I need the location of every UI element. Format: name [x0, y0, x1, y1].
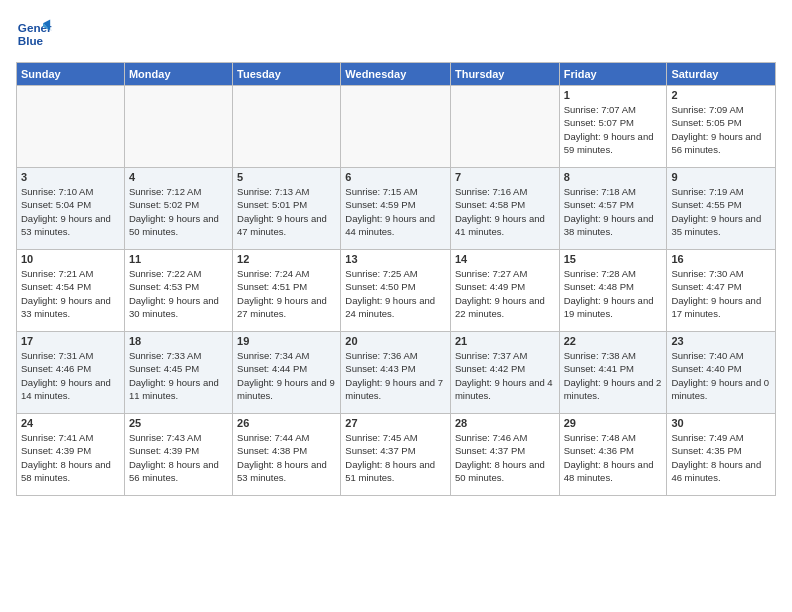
- day-number: 4: [129, 171, 228, 183]
- day-number: 19: [237, 335, 336, 347]
- day-info: Sunrise: 7:41 AMSunset: 4:39 PMDaylight:…: [21, 431, 120, 484]
- svg-text:Blue: Blue: [18, 34, 44, 47]
- day-info: Sunrise: 7:21 AMSunset: 4:54 PMDaylight:…: [21, 267, 120, 320]
- day-info: Sunrise: 7:19 AMSunset: 4:55 PMDaylight:…: [671, 185, 771, 238]
- day-info: Sunrise: 7:46 AMSunset: 4:37 PMDaylight:…: [455, 431, 555, 484]
- day-info: Sunrise: 7:43 AMSunset: 4:39 PMDaylight:…: [129, 431, 228, 484]
- calendar-cell: 16Sunrise: 7:30 AMSunset: 4:47 PMDayligh…: [667, 250, 776, 332]
- week-row-3: 10Sunrise: 7:21 AMSunset: 4:54 PMDayligh…: [17, 250, 776, 332]
- day-number: 24: [21, 417, 120, 429]
- day-number: 21: [455, 335, 555, 347]
- day-number: 3: [21, 171, 120, 183]
- calendar-cell: 17Sunrise: 7:31 AMSunset: 4:46 PMDayligh…: [17, 332, 125, 414]
- day-info: Sunrise: 7:07 AMSunset: 5:07 PMDaylight:…: [564, 103, 663, 156]
- day-number: 14: [455, 253, 555, 265]
- calendar-cell: 23Sunrise: 7:40 AMSunset: 4:40 PMDayligh…: [667, 332, 776, 414]
- calendar-cell: 30Sunrise: 7:49 AMSunset: 4:35 PMDayligh…: [667, 414, 776, 496]
- calendar-header-row: SundayMondayTuesdayWednesdayThursdayFrid…: [17, 63, 776, 86]
- day-info: Sunrise: 7:38 AMSunset: 4:41 PMDaylight:…: [564, 349, 663, 402]
- day-info: Sunrise: 7:33 AMSunset: 4:45 PMDaylight:…: [129, 349, 228, 402]
- day-number: 18: [129, 335, 228, 347]
- calendar-cell: 22Sunrise: 7:38 AMSunset: 4:41 PMDayligh…: [559, 332, 667, 414]
- day-info: Sunrise: 7:16 AMSunset: 4:58 PMDaylight:…: [455, 185, 555, 238]
- calendar-cell: 21Sunrise: 7:37 AMSunset: 4:42 PMDayligh…: [450, 332, 559, 414]
- calendar-cell: 10Sunrise: 7:21 AMSunset: 4:54 PMDayligh…: [17, 250, 125, 332]
- calendar-cell: 5Sunrise: 7:13 AMSunset: 5:01 PMDaylight…: [233, 168, 341, 250]
- day-number: 12: [237, 253, 336, 265]
- calendar-cell: 25Sunrise: 7:43 AMSunset: 4:39 PMDayligh…: [124, 414, 232, 496]
- calendar-cell: [450, 86, 559, 168]
- day-info: Sunrise: 7:49 AMSunset: 4:35 PMDaylight:…: [671, 431, 771, 484]
- day-header-thursday: Thursday: [450, 63, 559, 86]
- calendar-cell: 26Sunrise: 7:44 AMSunset: 4:38 PMDayligh…: [233, 414, 341, 496]
- week-row-4: 17Sunrise: 7:31 AMSunset: 4:46 PMDayligh…: [17, 332, 776, 414]
- calendar-cell: 27Sunrise: 7:45 AMSunset: 4:37 PMDayligh…: [341, 414, 451, 496]
- calendar-cell: 9Sunrise: 7:19 AMSunset: 4:55 PMDaylight…: [667, 168, 776, 250]
- day-info: Sunrise: 7:22 AMSunset: 4:53 PMDaylight:…: [129, 267, 228, 320]
- calendar-cell: 3Sunrise: 7:10 AMSunset: 5:04 PMDaylight…: [17, 168, 125, 250]
- day-info: Sunrise: 7:28 AMSunset: 4:48 PMDaylight:…: [564, 267, 663, 320]
- calendar-cell: 8Sunrise: 7:18 AMSunset: 4:57 PMDaylight…: [559, 168, 667, 250]
- day-number: 29: [564, 417, 663, 429]
- calendar-cell: 11Sunrise: 7:22 AMSunset: 4:53 PMDayligh…: [124, 250, 232, 332]
- calendar-cell: 2Sunrise: 7:09 AMSunset: 5:05 PMDaylight…: [667, 86, 776, 168]
- day-header-monday: Monday: [124, 63, 232, 86]
- day-info: Sunrise: 7:31 AMSunset: 4:46 PMDaylight:…: [21, 349, 120, 402]
- day-info: Sunrise: 7:37 AMSunset: 4:42 PMDaylight:…: [455, 349, 555, 402]
- calendar-cell: [233, 86, 341, 168]
- day-number: 16: [671, 253, 771, 265]
- calendar-cell: 29Sunrise: 7:48 AMSunset: 4:36 PMDayligh…: [559, 414, 667, 496]
- day-number: 9: [671, 171, 771, 183]
- calendar-cell: 1Sunrise: 7:07 AMSunset: 5:07 PMDaylight…: [559, 86, 667, 168]
- day-number: 10: [21, 253, 120, 265]
- calendar-cell: 24Sunrise: 7:41 AMSunset: 4:39 PMDayligh…: [17, 414, 125, 496]
- day-number: 5: [237, 171, 336, 183]
- day-number: 1: [564, 89, 663, 101]
- day-info: Sunrise: 7:15 AMSunset: 4:59 PMDaylight:…: [345, 185, 446, 238]
- day-number: 11: [129, 253, 228, 265]
- day-number: 28: [455, 417, 555, 429]
- day-info: Sunrise: 7:45 AMSunset: 4:37 PMDaylight:…: [345, 431, 446, 484]
- day-info: Sunrise: 7:27 AMSunset: 4:49 PMDaylight:…: [455, 267, 555, 320]
- calendar-cell: [17, 86, 125, 168]
- day-number: 2: [671, 89, 771, 101]
- day-info: Sunrise: 7:40 AMSunset: 4:40 PMDaylight:…: [671, 349, 771, 402]
- logo: General Blue: [16, 16, 56, 52]
- day-info: Sunrise: 7:30 AMSunset: 4:47 PMDaylight:…: [671, 267, 771, 320]
- calendar-cell: 4Sunrise: 7:12 AMSunset: 5:02 PMDaylight…: [124, 168, 232, 250]
- day-info: Sunrise: 7:25 AMSunset: 4:50 PMDaylight:…: [345, 267, 446, 320]
- day-number: 13: [345, 253, 446, 265]
- calendar-cell: 18Sunrise: 7:33 AMSunset: 4:45 PMDayligh…: [124, 332, 232, 414]
- day-number: 22: [564, 335, 663, 347]
- week-row-2: 3Sunrise: 7:10 AMSunset: 5:04 PMDaylight…: [17, 168, 776, 250]
- day-number: 30: [671, 417, 771, 429]
- day-info: Sunrise: 7:24 AMSunset: 4:51 PMDaylight:…: [237, 267, 336, 320]
- day-header-wednesday: Wednesday: [341, 63, 451, 86]
- day-info: Sunrise: 7:09 AMSunset: 5:05 PMDaylight:…: [671, 103, 771, 156]
- day-info: Sunrise: 7:44 AMSunset: 4:38 PMDaylight:…: [237, 431, 336, 484]
- day-number: 6: [345, 171, 446, 183]
- calendar-cell: 28Sunrise: 7:46 AMSunset: 4:37 PMDayligh…: [450, 414, 559, 496]
- calendar-cell: 20Sunrise: 7:36 AMSunset: 4:43 PMDayligh…: [341, 332, 451, 414]
- day-info: Sunrise: 7:36 AMSunset: 4:43 PMDaylight:…: [345, 349, 446, 402]
- calendar-cell: 7Sunrise: 7:16 AMSunset: 4:58 PMDaylight…: [450, 168, 559, 250]
- day-number: 25: [129, 417, 228, 429]
- day-number: 17: [21, 335, 120, 347]
- calendar-cell: [124, 86, 232, 168]
- day-info: Sunrise: 7:18 AMSunset: 4:57 PMDaylight:…: [564, 185, 663, 238]
- day-info: Sunrise: 7:12 AMSunset: 5:02 PMDaylight:…: [129, 185, 228, 238]
- logo-icon: General Blue: [16, 16, 52, 52]
- day-number: 27: [345, 417, 446, 429]
- day-info: Sunrise: 7:34 AMSunset: 4:44 PMDaylight:…: [237, 349, 336, 402]
- calendar-cell: 19Sunrise: 7:34 AMSunset: 4:44 PMDayligh…: [233, 332, 341, 414]
- calendar-cell: 13Sunrise: 7:25 AMSunset: 4:50 PMDayligh…: [341, 250, 451, 332]
- day-info: Sunrise: 7:48 AMSunset: 4:36 PMDaylight:…: [564, 431, 663, 484]
- day-header-friday: Friday: [559, 63, 667, 86]
- day-header-tuesday: Tuesday: [233, 63, 341, 86]
- day-number: 23: [671, 335, 771, 347]
- calendar-cell: 6Sunrise: 7:15 AMSunset: 4:59 PMDaylight…: [341, 168, 451, 250]
- header: General Blue: [16, 16, 776, 52]
- day-header-saturday: Saturday: [667, 63, 776, 86]
- calendar-cell: 15Sunrise: 7:28 AMSunset: 4:48 PMDayligh…: [559, 250, 667, 332]
- day-number: 15: [564, 253, 663, 265]
